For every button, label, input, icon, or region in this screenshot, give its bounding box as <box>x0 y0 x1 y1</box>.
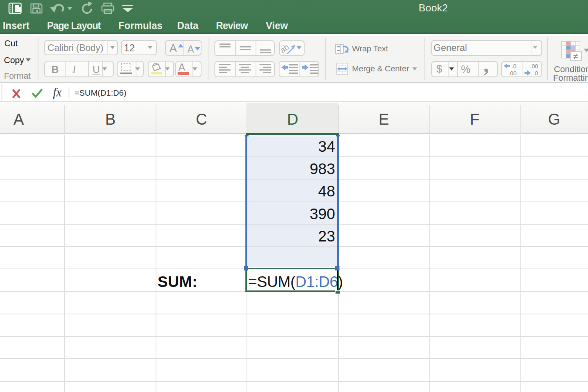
svg-text:.0: .0 <box>512 63 517 69</box>
svg-text:.0: .0 <box>533 70 538 76</box>
svg-text:.00: .00 <box>508 70 517 76</box>
svg-text:.00: .00 <box>530 63 538 69</box>
